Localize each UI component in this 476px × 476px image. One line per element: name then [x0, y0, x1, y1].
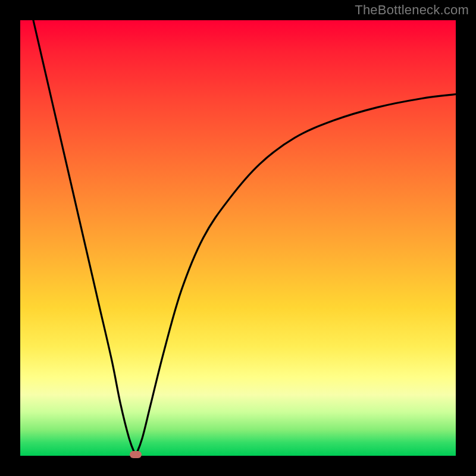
- watermark-text: TheBottleneck.com: [355, 2, 469, 18]
- minimum-marker: [130, 451, 142, 458]
- curve-left-path: [33, 20, 136, 456]
- curve-right-path: [136, 94, 456, 456]
- chart-frame: TheBottleneck.com: [0, 0, 476, 476]
- curve-svg: [20, 20, 456, 456]
- plot-area: [20, 20, 456, 456]
